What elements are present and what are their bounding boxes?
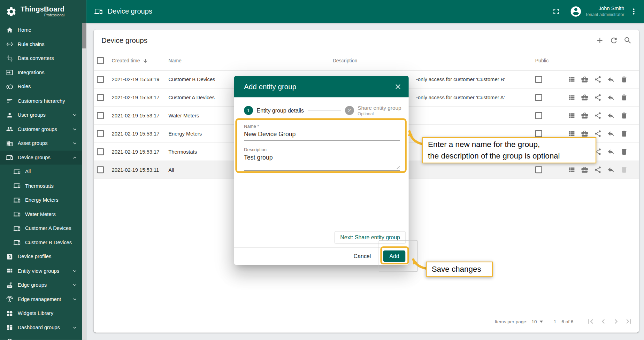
public-checkbox[interactable] [535,130,542,137]
sidebar-item-device-groups[interactable]: Device groups [0,150,82,165]
delete-button[interactable] [620,148,628,155]
dialog-fields: Name * New Device Group Description Test… [244,124,400,171]
column-created-time[interactable]: Created time [112,58,169,64]
column-public[interactable]: Public [535,58,568,64]
sort-descending-icon[interactable] [143,58,148,64]
delete-button[interactable] [620,112,628,119]
briefcase-button[interactable] [581,94,588,101]
sidebar-item-thermostats[interactable]: Thermostats [0,179,82,193]
sidebar-item-data-converters[interactable]: Data converters [0,51,82,65]
share-button[interactable] [594,76,601,83]
share-button[interactable] [594,130,601,137]
sidebar-item-dashboard-groups[interactable]: Dashboard groups [0,320,82,335]
reply-button[interactable] [607,130,615,137]
delete-button[interactable] [620,76,628,83]
public-checkbox[interactable] [535,166,542,173]
delete-button[interactable] [620,130,628,137]
dialog-close-button[interactable] [394,83,402,91]
row-checkbox[interactable] [97,112,104,119]
reply-button[interactable] [607,112,615,119]
annotation-field-note: Enter a new name for the group, the desc… [422,137,597,163]
sidebar-item-integrations[interactable]: Integrations [0,65,82,80]
share-button[interactable] [594,166,601,173]
sidebar-item-label: Energy Meters [25,197,59,203]
more-menu-button[interactable] [629,7,638,16]
sidebar-item-user-groups[interactable]: User groups [0,108,82,122]
sidebar-item-customers-hierarchy[interactable]: Customers hierarchy [0,94,82,108]
list-button[interactable] [568,130,575,137]
previous-page-button[interactable] [599,317,608,326]
sidebar-item-widgets-library[interactable]: Widgets Library [0,306,82,320]
reply-button[interactable] [607,94,615,101]
sidebar-item-customer-b-devices[interactable]: Customer B Devices [0,235,82,250]
share-button[interactable] [594,94,601,101]
public-checkbox[interactable] [535,94,542,101]
reply-button[interactable] [607,76,615,83]
next-page-button[interactable] [612,317,621,326]
last-page-button[interactable] [624,317,633,326]
row-checkbox[interactable] [97,94,104,101]
select-all-checkbox[interactable] [97,57,104,64]
public-checkbox[interactable] [535,112,542,119]
cell-created-time: 2021-02-19 15:53:17 [112,149,169,154]
delete-button[interactable] [620,166,628,173]
column-description[interactable]: Description [333,58,535,64]
sidebar-item-schedule[interactable] [0,335,82,340]
next-share-entity-group-button[interactable]: Next: Share entity group [335,232,405,243]
add-button[interactable]: Add [383,250,406,262]
row-checkbox[interactable] [97,76,104,83]
description-textarea[interactable]: Test group [244,152,400,171]
sidebar-item-device-profiles[interactable]: Device profiles [0,250,82,264]
sidebar-item-edge-management[interactable]: Edge management [0,292,82,307]
row-checkbox[interactable] [97,130,104,137]
cancel-button[interactable]: Cancel [350,250,374,262]
sidebar-item-all[interactable]: All [0,165,82,179]
step-2-indicator[interactable]: 2 [345,106,354,115]
column-name[interactable]: Name [168,58,332,64]
sidebar-item-entity-view-groups[interactable]: Entity view groups [0,264,82,278]
sidebar-item-energy-meters[interactable]: Energy Meters [0,193,82,207]
reply-button[interactable] [607,148,615,155]
fullscreen-button[interactable] [552,7,561,16]
refresh-button[interactable] [610,36,618,45]
add-entity-group-button[interactable] [596,36,604,45]
avatar[interactable] [570,5,582,17]
name-field-label: Name * [244,124,400,129]
device-groups-icon [6,154,13,161]
briefcase-button[interactable] [581,130,588,137]
sidebar-item-label: User groups [18,112,46,118]
sidebar-item-rule-chains[interactable]: Rule chains [0,37,82,52]
dialog-footer: Cancel Add [234,248,405,265]
items-per-page-select[interactable]: 10 [531,319,543,324]
first-page-button[interactable] [586,317,595,326]
briefcase-button[interactable] [581,76,588,83]
sidebar-item-customer-a-devices[interactable]: Customer A Devices [0,221,82,235]
sidebar-item-water-meters[interactable]: Water Meters [0,207,82,222]
briefcase-button[interactable] [581,166,588,173]
name-input[interactable]: New Device Group [244,129,400,141]
sidebar-scrollbar[interactable] [82,23,86,340]
list-button[interactable] [568,76,575,83]
list-button[interactable] [568,94,575,101]
row-checkbox[interactable] [97,166,104,173]
sidebar-item-label: Customer groups [18,126,57,132]
row-checkbox[interactable] [97,148,104,155]
share-button[interactable] [594,112,601,119]
sidebar-item-home[interactable]: Home [0,23,82,37]
thingsboard-logo[interactable]: ThingsBoard Professional [0,0,86,23]
sidebar-item-edge-groups[interactable]: Edge groups [0,278,82,292]
sidebar-item-customer-groups[interactable]: Customer groups [0,122,82,137]
public-checkbox[interactable] [535,76,542,83]
resize-handle-icon[interactable] [396,165,400,169]
sidebar-item-roles[interactable]: Roles [0,80,82,94]
reply-button[interactable] [607,166,615,173]
search-button[interactable] [623,36,632,45]
briefcase-button[interactable] [581,112,588,119]
sidebar-item-asset-groups[interactable]: Asset groups [0,136,82,150]
step-1-indicator[interactable]: 1 [244,106,253,115]
list-button[interactable] [568,112,575,119]
delete-button[interactable] [620,94,628,101]
list-button[interactable] [568,166,575,173]
user-info[interactable]: John Smith Tenant administrator [585,5,624,17]
scrollbar-thumb[interactable] [82,23,86,48]
